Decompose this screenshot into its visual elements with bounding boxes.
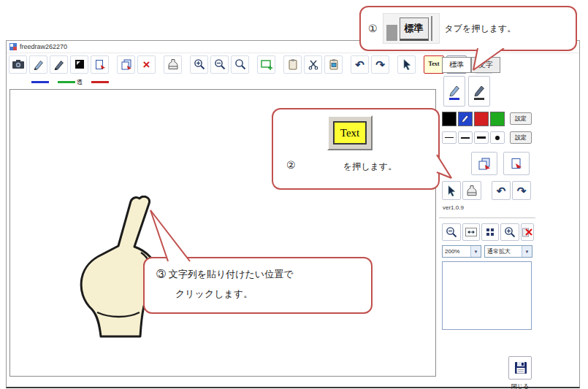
current-color-green-bar	[58, 81, 75, 83]
color-swatch-black[interactable]	[442, 112, 457, 126]
lamp-icon[interactable]	[164, 55, 182, 74]
preview-zoom-in-button[interactable]	[500, 223, 519, 241]
zoom-select[interactable]: 200% ▼	[442, 245, 481, 258]
color-swatch-green[interactable]	[490, 112, 505, 126]
floppy-icon	[513, 361, 527, 375]
zoom-select-value: 200%	[445, 248, 459, 255]
tile-view-icon	[485, 227, 495, 237]
step1-number: ①	[368, 23, 378, 34]
clipboard-image-icon[interactable]	[324, 55, 343, 74]
panel-undo-icon: ↶	[497, 185, 506, 196]
tool-panel: 標準 文字 設定	[439, 41, 535, 385]
panel-paste-icon	[509, 157, 524, 170]
text-button-illustration: Text	[327, 115, 373, 150]
color-swatch-red[interactable]	[474, 112, 489, 126]
fit-window-button[interactable]	[462, 223, 480, 241]
panel-redo-button[interactable]: ↷	[512, 181, 531, 200]
panel-redo-icon: ↷	[517, 185, 527, 196]
camera-icon[interactable]	[9, 55, 27, 74]
save-button[interactable]	[508, 356, 532, 380]
picker-pen-icon	[460, 113, 470, 123]
step1-text: タブを押します。	[445, 23, 516, 35]
pen-thick-icon[interactable]	[50, 55, 68, 74]
line-width-2-icon	[461, 137, 470, 139]
zoom-in-icon[interactable]	[190, 55, 208, 74]
neighbor-tab-shape	[386, 25, 397, 41]
panel-copy-button[interactable]	[471, 152, 497, 175]
current-color-red-bar	[91, 81, 109, 83]
line-width-3-button[interactable]	[474, 131, 489, 144]
tab-divider-line	[431, 16, 432, 41]
panel-paste-button[interactable]	[503, 152, 530, 175]
panel-copy-icon	[477, 157, 492, 170]
text-button-face: Text	[333, 121, 367, 145]
tile-view-button[interactable]	[481, 223, 499, 241]
panel-undo-button[interactable]: ↶	[492, 181, 511, 200]
callout2-tail	[435, 152, 456, 182]
clipboard-icon[interactable]	[283, 55, 302, 74]
line-width-dot-icon	[495, 136, 500, 140]
panel-pen-dark-button[interactable]	[468, 76, 490, 107]
panel-cursor-icon	[446, 185, 457, 196]
cut-icon[interactable]	[304, 55, 322, 74]
step3-line1: ③ 文字列を貼り付けたい位置で	[156, 268, 362, 281]
panel-cursor-button[interactable]	[442, 181, 461, 200]
preview-zoom-out-button[interactable]	[442, 223, 461, 241]
screenshot-stage: freedraw262270 ×	[0, 0, 588, 389]
pointing-hand-illustration	[55, 196, 157, 338]
transparent-label: 透	[77, 78, 83, 86]
select-move-icon[interactable]	[91, 55, 109, 74]
pen-dark-underbar	[474, 98, 484, 100]
standard-tab-illustration: 標準	[383, 13, 440, 44]
panel-pen-blue-button[interactable]	[443, 76, 465, 107]
step3-text1: 文字列を貼り付けたい位置で	[169, 269, 294, 280]
paste-rect-icon[interactable]	[257, 55, 275, 74]
callout-step2: Text ② を押します。	[272, 108, 440, 190]
line-settings-button[interactable]: 設定	[510, 131, 532, 144]
line-settings-label: 設定	[515, 134, 527, 142]
fill-black-icon[interactable]	[70, 55, 88, 74]
redo-icon[interactable]: ↷	[371, 55, 389, 74]
clear-preview-button[interactable]	[521, 223, 534, 241]
copy-selection-icon[interactable]	[117, 55, 135, 74]
line-width-1-icon	[445, 137, 454, 138]
line-width-2-button[interactable]	[458, 131, 473, 144]
cursor-icon[interactable]	[397, 55, 416, 74]
panel-lamp-icon	[466, 185, 478, 196]
color-settings-button[interactable]: 設定	[510, 112, 532, 125]
callout-step1: ① 標準 タブを押します。	[359, 6, 577, 51]
clear-icon	[522, 226, 533, 238]
undo-icon[interactable]: ↶	[351, 55, 369, 74]
color-legend: 透	[31, 78, 109, 86]
line-width-1-button[interactable]	[442, 131, 457, 144]
version-text: ver1.0.9	[443, 204, 464, 211]
app-icon	[9, 43, 17, 50]
line-width-3-icon	[477, 136, 486, 139]
preview-box[interactable]	[442, 261, 532, 330]
pen-dark-icon	[473, 83, 486, 96]
zoom-out-icon	[446, 226, 457, 238]
zoom-reset-icon[interactable]	[231, 55, 249, 74]
panel-divider	[439, 217, 535, 218]
zoom-out-icon[interactable]	[210, 55, 229, 74]
standard-tab-face: 標準	[400, 18, 429, 41]
step2-text: を押します。	[343, 161, 397, 173]
step2-number: ②	[286, 159, 296, 171]
step3-line2: クリックします。	[175, 288, 362, 301]
scale-mode-select[interactable]: 通常拡大 ▼	[484, 245, 532, 258]
pen-blue-icon	[448, 83, 461, 96]
panel-lamp-button[interactable]	[462, 181, 481, 200]
color-swatch-picker[interactable]	[458, 112, 473, 126]
close-label: 閉じる	[503, 382, 537, 389]
line-width-dot-button[interactable]	[490, 131, 505, 144]
scale-mode-value: 通常拡大	[487, 247, 511, 255]
current-color-green-item: 透	[58, 78, 83, 86]
window-title: freedraw262270	[20, 43, 67, 50]
current-color-blue-bar	[31, 81, 49, 83]
pen-thin-icon[interactable]	[29, 55, 47, 74]
pen-blue-underbar	[449, 98, 459, 100]
callout3-tail	[143, 207, 202, 263]
callout-step3: ③ 文字列を貼り付けたい位置で クリックします。	[143, 257, 373, 314]
delete-icon[interactable]: ×	[137, 55, 156, 74]
color-settings-label: 設定	[515, 115, 527, 123]
